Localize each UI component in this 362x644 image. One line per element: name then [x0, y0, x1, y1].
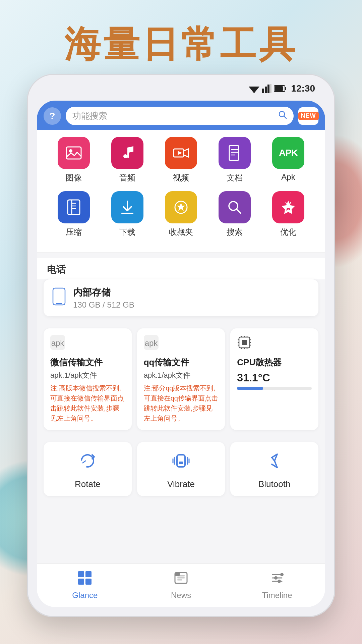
- favorites-label: 收藏夹: [169, 227, 193, 237]
- bottom-nav: Glance News: [37, 564, 325, 607]
- battery-icon: [274, 85, 286, 92]
- signal-icon: [262, 84, 272, 93]
- wechat-card-icon: apk: [50, 335, 125, 353]
- new-badge-label: NEW: [298, 112, 319, 120]
- svg-rect-3: [267, 85, 269, 93]
- compress-icon-box: [58, 191, 90, 223]
- phone-section-header: 电话: [37, 258, 325, 279]
- search-label: 搜索: [227, 227, 243, 237]
- qq-card-title: qq传输文件: [144, 356, 219, 368]
- icon-item-apk[interactable]: APK Apk: [268, 137, 308, 183]
- qq-card-subtitle: apk.1/apk文件: [144, 370, 219, 380]
- apk-icon-box: APK: [272, 137, 304, 169]
- svg-point-12: [123, 154, 127, 158]
- audio-label: 音频: [119, 172, 135, 183]
- svg-point-72: [280, 573, 284, 576]
- apk-label: Apk: [281, 172, 295, 182]
- bottom-padding: [37, 499, 325, 506]
- timeline-icon: [270, 571, 285, 589]
- svg-line-30: [237, 209, 241, 213]
- svg-text:apk: apk: [144, 338, 158, 347]
- svg-marker-28: [177, 203, 185, 211]
- timeline-label: Timeline: [262, 591, 292, 600]
- bluetooth-tool-card[interactable]: Blutooth: [230, 442, 318, 496]
- rotate-icon: [78, 451, 97, 474]
- wifi-icon: [249, 84, 259, 93]
- icon-item-optimize[interactable]: 优化: [268, 191, 308, 237]
- svg-line-52: [83, 461, 85, 463]
- help-icon[interactable]: ?: [44, 107, 61, 125]
- icon-item-search[interactable]: 搜索: [215, 191, 255, 237]
- nav-news[interactable]: News: [133, 571, 229, 600]
- vibrate-tool-card[interactable]: Vibrate: [137, 442, 225, 496]
- wechat-card-subtitle: apk.1/apk文件: [50, 370, 125, 380]
- news-icon: [174, 571, 188, 589]
- icon-row-2: 压缩 下载: [47, 191, 315, 237]
- qq-card-note: 注:部分qq版本搜索不到,可直接在qq传输界面点击跳转此软件安装,步骤见左上角问…: [144, 383, 219, 423]
- qq-card[interactable]: apk qq传输文件 apk.1/apk文件 注:部分qq版本搜索不到,可直接在…: [137, 328, 225, 430]
- compress-label: 压缩: [66, 227, 82, 237]
- nav-glance[interactable]: Glance: [37, 571, 133, 600]
- svg-rect-6: [285, 87, 286, 90]
- svg-rect-2: [265, 87, 267, 93]
- bluetooth-label: Blutooth: [258, 479, 290, 489]
- cpu-temp: 31.1°C: [237, 372, 312, 384]
- download-label: 下载: [119, 227, 135, 237]
- svg-rect-60: [78, 571, 84, 577]
- optimize-label: 优化: [280, 227, 296, 237]
- rotate-tool-card[interactable]: Rotate: [44, 442, 132, 496]
- search-icon[interactable]: [278, 110, 287, 121]
- vibrate-icon: [172, 451, 190, 474]
- optimize-icon-box: [272, 191, 304, 223]
- section-gap-2: [37, 320, 325, 325]
- svg-rect-53: [177, 455, 185, 467]
- svg-rect-68: [175, 573, 180, 576]
- time-display: 12:30: [291, 83, 315, 94]
- icon-item-audio[interactable]: 音频: [107, 137, 147, 183]
- svg-line-9: [284, 116, 286, 118]
- search-icon-box: [219, 191, 251, 223]
- top-bar: ? 功能搜索 NEW: [37, 101, 325, 131]
- icon-item-video[interactable]: 视频: [161, 137, 201, 183]
- new-badge[interactable]: NEW: [298, 107, 318, 125]
- icon-item-favorites[interactable]: 收藏夹: [161, 191, 201, 237]
- vibrate-label: Vibrate: [167, 479, 195, 489]
- svg-rect-58: [179, 462, 183, 464]
- wechat-card[interactable]: apk 微信传输文件 apk.1/apk文件 注:高版本微信搜索不到,可直接在微…: [44, 328, 132, 430]
- icon-item-doc[interactable]: 文档: [215, 137, 255, 183]
- icon-row-1: 图像 音频: [47, 137, 315, 183]
- doc-label: 文档: [227, 172, 243, 183]
- tools-row: Rotate: [37, 439, 325, 499]
- svg-rect-7: [275, 86, 283, 91]
- nav-timeline[interactable]: Timeline: [229, 571, 325, 600]
- svg-point-74: [278, 580, 281, 583]
- svg-rect-31: [53, 288, 65, 305]
- storage-card[interactable]: 内部存储 130 GB / 512 GB: [44, 279, 318, 316]
- section-gap-3: [37, 433, 325, 439]
- scroll-area[interactable]: 图像 音频: [37, 130, 325, 564]
- bluetooth-icon: [265, 451, 284, 474]
- cpu-card[interactable]: CPU散热器 31.1°C: [230, 328, 318, 430]
- audio-icon-box: [111, 137, 143, 169]
- svg-rect-38: [242, 340, 247, 345]
- svg-marker-15: [178, 151, 182, 155]
- svg-marker-0: [249, 87, 259, 93]
- svg-rect-62: [78, 579, 84, 585]
- icon-item-image[interactable]: 图像: [54, 137, 94, 183]
- section-gap-1: [37, 253, 325, 258]
- cpu-bar: [237, 387, 312, 390]
- svg-rect-4: [270, 84, 272, 93]
- hero-title: 海量日常工具: [0, 20, 362, 69]
- wechat-card-note: 注:高版本微信搜索不到,可直接在微信传输界面点击跳转此软件安装,步骤见左上角问号…: [50, 383, 125, 423]
- svg-rect-1: [262, 89, 264, 93]
- image-label: 图像: [66, 172, 82, 183]
- icon-item-download[interactable]: 下载: [107, 191, 147, 237]
- video-icon-box: [165, 137, 197, 169]
- feature-cards-row: apk 微信传输文件 apk.1/apk文件 注:高版本微信搜索不到,可直接在微…: [37, 325, 325, 433]
- doc-icon-box: [219, 137, 251, 169]
- image-icon-box: [58, 137, 90, 169]
- search-bar[interactable]: 功能搜索: [66, 107, 294, 125]
- icon-item-compress[interactable]: 压缩: [54, 191, 94, 237]
- storage-info: 内部存储 130 GB / 512 GB: [73, 286, 310, 310]
- svg-line-59: [272, 458, 275, 461]
